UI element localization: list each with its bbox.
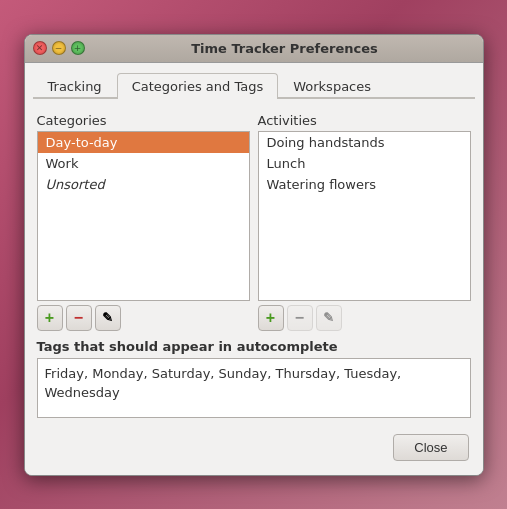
add-activity-button[interactable]: + xyxy=(258,305,284,331)
edit-category-button[interactable]: ✎ xyxy=(95,305,121,331)
list-item[interactable]: Unsorted xyxy=(38,174,249,195)
window-controls: ✕ − + xyxy=(33,41,85,55)
list-item[interactable]: Work xyxy=(38,153,249,174)
activities-column: Activities Doing handstands Lunch Wateri… xyxy=(258,113,471,331)
two-column-layout: Categories Day-to-day Work Unsorted + − … xyxy=(37,113,471,331)
list-item[interactable]: Doing handstands xyxy=(259,132,470,153)
content-panel: Categories Day-to-day Work Unsorted + − … xyxy=(33,109,475,426)
edit-activity-button[interactable]: ✎ xyxy=(316,305,342,331)
tab-bar: Tracking Categories and Tags Workspaces xyxy=(33,71,475,99)
categories-column: Categories Day-to-day Work Unsorted + − … xyxy=(37,113,250,331)
list-item[interactable]: Day-to-day xyxy=(38,132,249,153)
list-item[interactable]: Watering flowers xyxy=(259,174,470,195)
titlebar: ✕ − + Time Tracker Preferences xyxy=(25,35,483,63)
activities-list[interactable]: Doing handstands Lunch Watering flowers xyxy=(258,131,471,301)
tab-workspaces[interactable]: Workspaces xyxy=(278,73,386,99)
tags-section: Tags that should appear in autocomplete … xyxy=(37,339,471,418)
window-title: Time Tracker Preferences xyxy=(95,41,475,56)
categories-list[interactable]: Day-to-day Work Unsorted xyxy=(37,131,250,301)
list-item[interactable]: Lunch xyxy=(259,153,470,174)
tags-label: Tags that should appear in autocomplete xyxy=(37,339,471,354)
tab-tracking[interactable]: Tracking xyxy=(33,73,117,99)
tags-value[interactable]: Friday, Monday, Saturday, Sunday, Thursd… xyxy=(37,358,471,418)
window-body: Tracking Categories and Tags Workspaces … xyxy=(25,63,483,475)
add-category-button[interactable]: + xyxy=(37,305,63,331)
remove-activity-button[interactable]: − xyxy=(287,305,313,331)
close-button[interactable]: Close xyxy=(393,434,468,461)
tab-categories-and-tags[interactable]: Categories and Tags xyxy=(117,73,279,99)
activities-label: Activities xyxy=(258,113,471,128)
minimize-window-button[interactable]: − xyxy=(52,41,66,55)
categories-toolbar: + − ✎ xyxy=(37,305,250,331)
remove-category-button[interactable]: − xyxy=(66,305,92,331)
activities-toolbar: + − ✎ xyxy=(258,305,471,331)
maximize-window-button[interactable]: + xyxy=(71,41,85,55)
app-window: ✕ − + Time Tracker Preferences Tracking … xyxy=(24,34,484,476)
footer-button-row: Close xyxy=(33,426,475,467)
categories-label: Categories xyxy=(37,113,250,128)
close-window-button[interactable]: ✕ xyxy=(33,41,47,55)
